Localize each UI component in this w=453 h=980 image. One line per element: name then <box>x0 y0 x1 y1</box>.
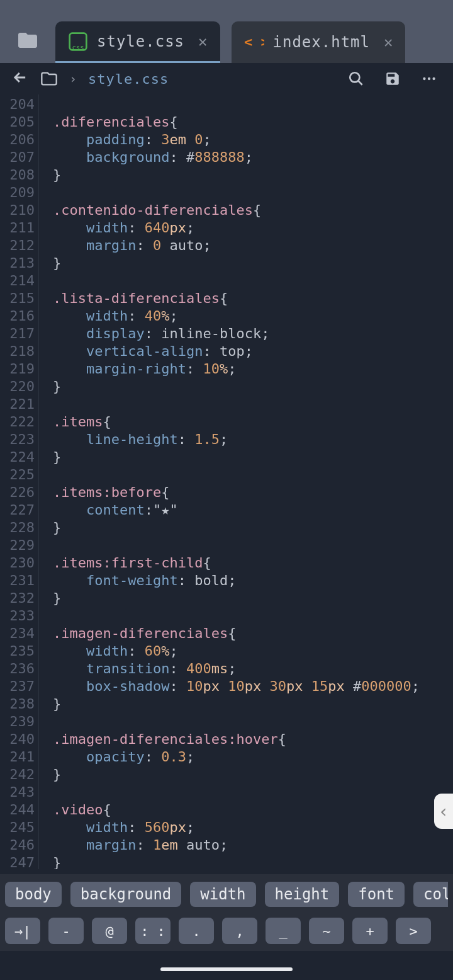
line-number: 213 <box>0 254 38 272</box>
line-number: 243 <box>0 783 38 801</box>
code-line[interactable]: background: #888888; <box>53 149 453 166</box>
code-content[interactable]: .diferenciales{ padding: 3em 0; backgrou… <box>39 94 453 869</box>
close-icon[interactable]: ✕ <box>384 33 393 51</box>
code-line[interactable]: margin-right: 10%; <box>53 360 453 378</box>
line-number: 229 <box>0 537 38 554</box>
back-button[interactable] <box>11 69 29 89</box>
line-number: 226 <box>0 484 38 501</box>
line-number: 221 <box>0 396 38 413</box>
code-line[interactable]: transition: 400ms; <box>53 660 453 678</box>
code-line[interactable] <box>53 96 453 113</box>
code-line[interactable]: .imagen-diferenciales{ <box>53 625 453 642</box>
line-number: 215 <box>0 290 38 307</box>
code-line[interactable]: .items:first-child{ <box>53 554 453 572</box>
line-number: 225 <box>0 466 38 484</box>
code-line[interactable]: } <box>53 448 453 466</box>
code-line[interactable]: } <box>53 695 453 713</box>
code-line[interactable] <box>53 396 453 413</box>
more-button[interactable] <box>417 71 442 87</box>
line-number: 205 <box>0 113 38 131</box>
tab-label: index.html <box>273 33 371 51</box>
line-number: 236 <box>0 660 38 678</box>
code-line[interactable]: box-shadow: 10px 10px 30px 15px #000000; <box>53 678 453 695</box>
symbol-key[interactable]: : : <box>135 918 171 944</box>
code-line[interactable]: .items{ <box>53 413 453 431</box>
tab-label: style.css <box>97 33 184 50</box>
search-button[interactable] <box>344 71 369 87</box>
code-line[interactable]: width: 560px; <box>53 819 453 836</box>
code-line[interactable]: } <box>53 854 453 869</box>
suggestion-width[interactable]: width <box>190 882 255 907</box>
svg-point-5 <box>428 77 430 80</box>
line-number: 239 <box>0 713 38 731</box>
expand-panel-button[interactable]: ‹ <box>434 794 453 829</box>
code-line[interactable]: font-weight: bold; <box>53 572 453 590</box>
code-line[interactable]: margin: 0 auto; <box>53 237 453 254</box>
line-number: 247 <box>0 854 38 869</box>
code-line[interactable] <box>53 272 453 290</box>
code-line[interactable]: } <box>53 166 453 184</box>
code-line[interactable]: line-height: 1.5; <box>53 431 453 448</box>
line-number: 244 <box>0 801 38 819</box>
code-line[interactable]: width: 60%; <box>53 642 453 660</box>
code-line[interactable]: vertical-align: top; <box>53 343 453 360</box>
code-line[interactable]: } <box>53 519 453 537</box>
code-line[interactable] <box>53 184 453 202</box>
line-number: 211 <box>0 219 38 237</box>
code-line[interactable] <box>53 607 453 625</box>
save-button[interactable] <box>380 71 405 87</box>
line-number: 237 <box>0 678 38 695</box>
folder-icon[interactable] <box>40 70 58 88</box>
symbol-key[interactable]: →| <box>5 918 40 944</box>
code-line[interactable] <box>53 466 453 484</box>
html-icon: < > <box>244 35 264 49</box>
code-editor[interactable]: 2042052062072082092102112122132142152162… <box>0 94 453 869</box>
suggestion-background[interactable]: background <box>70 882 182 907</box>
code-line[interactable]: .items:before{ <box>53 484 453 501</box>
code-line[interactable]: } <box>53 766 453 783</box>
symbol-key[interactable]: + <box>352 918 388 944</box>
status-bar <box>0 0 453 18</box>
breadcrumb-filename[interactable]: style.css <box>88 71 169 87</box>
code-line[interactable]: .imagen-diferenciales:hover{ <box>53 731 453 748</box>
suggestion-body[interactable]: body <box>5 882 62 907</box>
symbol-key[interactable]: , <box>222 918 257 944</box>
symbol-key[interactable]: > <box>396 918 431 944</box>
code-line[interactable] <box>53 537 453 554</box>
code-line[interactable]: display: inline-block; <box>53 325 453 343</box>
code-line[interactable]: .video{ <box>53 801 453 819</box>
code-line[interactable]: .diferenciales{ <box>53 113 453 131</box>
code-line[interactable]: .contenido-diferenciales{ <box>53 202 453 219</box>
line-number: 209 <box>0 184 38 202</box>
line-number: 206 <box>0 131 38 149</box>
code-line[interactable]: padding: 3em 0; <box>53 131 453 149</box>
suggestion-color[interactable]: color <box>413 882 448 907</box>
suggestion-height[interactable]: height <box>265 882 340 907</box>
symbol-key[interactable]: . <box>179 918 214 944</box>
symbol-key[interactable]: _ <box>266 918 301 944</box>
code-line[interactable]: width: 640px; <box>53 219 453 237</box>
code-line[interactable]: margin: 1em auto; <box>53 836 453 854</box>
line-number: 235 <box>0 642 38 660</box>
code-line[interactable]: .lista-diferenciales{ <box>53 290 453 307</box>
suggestion-font[interactable]: font <box>348 882 405 907</box>
code-line[interactable]: } <box>53 378 453 396</box>
code-line[interactable]: opacity: 0.3; <box>53 748 453 766</box>
line-number: 212 <box>0 237 38 254</box>
file-explorer-button[interactable] <box>0 29 55 52</box>
line-number: 230 <box>0 554 38 572</box>
symbol-key[interactable]: - <box>48 918 84 944</box>
symbol-key[interactable]: @ <box>92 918 127 944</box>
code-line[interactable]: width: 40%; <box>53 307 453 325</box>
code-line[interactable]: } <box>53 254 453 272</box>
code-line[interactable]: content:"★" <box>53 501 453 519</box>
code-line[interactable] <box>53 783 453 801</box>
line-number: 222 <box>0 413 38 431</box>
code-line[interactable]: } <box>53 590 453 607</box>
tab-index-html[interactable]: < > index.html ✕ <box>232 21 406 63</box>
tab-style-css[interactable]: css style.css ✕ <box>55 21 220 63</box>
symbol-key[interactable]: ~ <box>309 918 344 944</box>
code-line[interactable] <box>53 713 453 731</box>
chevron-left-icon: ‹ <box>439 801 449 822</box>
close-icon[interactable]: ✕ <box>198 33 207 50</box>
